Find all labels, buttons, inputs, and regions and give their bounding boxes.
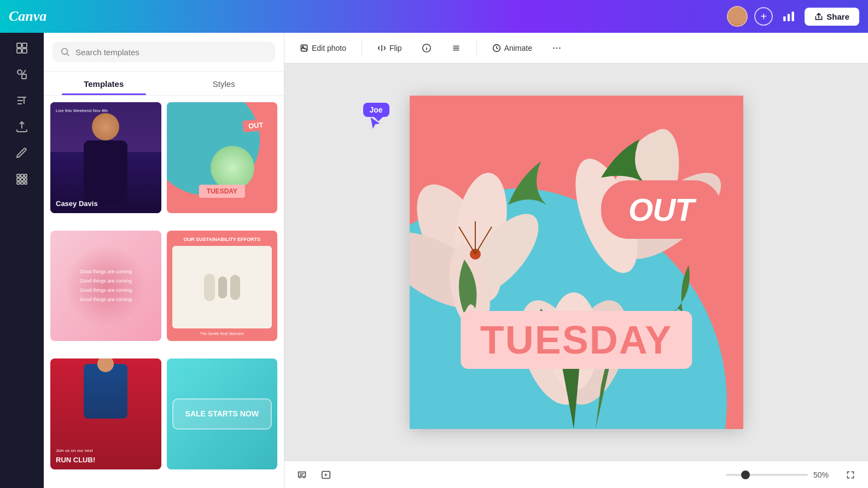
bottom-toolbar: 50% bbox=[284, 461, 868, 488]
design-out-oval: OUT bbox=[601, 180, 721, 239]
sidebar-item-elements[interactable] bbox=[15, 68, 28, 81]
play-button[interactable] bbox=[317, 466, 335, 484]
template-card-sale[interactable]: SALE STARTS NOW bbox=[167, 358, 278, 469]
sale-text: SALE STARTS NOW bbox=[185, 409, 259, 419]
toolbar-divider-1 bbox=[362, 40, 362, 56]
elements-icon bbox=[15, 68, 28, 81]
svg-rect-15 bbox=[17, 182, 20, 184]
share-icon bbox=[814, 12, 823, 21]
search-icon bbox=[60, 47, 70, 57]
sale-inner: SALE STARTS NOW bbox=[172, 398, 272, 430]
svg-rect-17 bbox=[25, 182, 27, 184]
sustain-img bbox=[172, 246, 272, 328]
layout-icon bbox=[15, 42, 28, 55]
svg-rect-3 bbox=[17, 43, 21, 48]
text-icon bbox=[15, 94, 28, 107]
sidebar-item-upload[interactable] bbox=[15, 120, 28, 133]
run-sublabel: Join us on our next bbox=[56, 448, 93, 453]
canvas-workspace[interactable]: Joe bbox=[284, 63, 868, 461]
apps-icon bbox=[15, 173, 28, 186]
svg-point-7 bbox=[18, 70, 22, 74]
share-button[interactable]: Share bbox=[805, 8, 859, 26]
search-bar-wrap bbox=[44, 33, 284, 72]
toolbar-divider-2 bbox=[476, 40, 477, 56]
app-logo[interactable]: Canva bbox=[9, 8, 46, 25]
notes-button[interactable] bbox=[293, 466, 311, 484]
svg-point-24 bbox=[556, 47, 558, 49]
svg-rect-13 bbox=[21, 178, 24, 181]
svg-rect-14 bbox=[25, 178, 27, 181]
run-label: RUN CLUB! bbox=[56, 456, 95, 464]
main-area: Templates Styles Li bbox=[0, 33, 868, 488]
notes-icon bbox=[297, 470, 307, 480]
cursor-label: Joe bbox=[363, 103, 389, 117]
design-canvas[interactable]: OUT TUESDAY bbox=[410, 96, 743, 429]
draw-icon bbox=[15, 146, 28, 160]
tuesday-circle bbox=[167, 102, 260, 195]
design-tuesday-banner: TUESDAY bbox=[461, 311, 692, 369]
edit-photo-button[interactable]: Edit photo bbox=[295, 40, 351, 56]
more-icon bbox=[552, 43, 562, 53]
svg-rect-0 bbox=[783, 16, 785, 21]
template-card-run[interactable]: Join us on our next RUN CLUB! bbox=[50, 358, 161, 469]
svg-point-25 bbox=[559, 47, 561, 49]
list-icon bbox=[451, 43, 461, 53]
svg-rect-10 bbox=[21, 174, 24, 177]
analytics-button[interactable] bbox=[779, 7, 798, 26]
sustain-brand: The Gentle Kind Skincare bbox=[172, 332, 272, 336]
flip-button[interactable]: Flip bbox=[373, 40, 406, 56]
templates-grid: Live this Weekend Nov 8th Casey Davis OU… bbox=[44, 96, 284, 488]
svg-rect-1 bbox=[788, 14, 790, 21]
sidebar-item-text[interactable] bbox=[15, 94, 28, 107]
info-button[interactable] bbox=[417, 39, 436, 57]
svg-point-23 bbox=[553, 47, 555, 49]
zoom-slider[interactable] bbox=[726, 474, 808, 476]
tab-styles[interactable]: Styles bbox=[164, 72, 284, 95]
tabs-row: Templates Styles bbox=[44, 72, 284, 96]
more-button[interactable] bbox=[547, 39, 566, 57]
svg-rect-4 bbox=[22, 43, 27, 48]
icon-sidebar bbox=[0, 33, 44, 488]
sidebar-item-draw[interactable] bbox=[15, 146, 28, 160]
list-button[interactable] bbox=[447, 39, 465, 57]
play-icon bbox=[321, 470, 331, 480]
svg-rect-12 bbox=[17, 178, 20, 181]
casey-bg bbox=[50, 102, 161, 213]
fullscreen-button[interactable] bbox=[842, 466, 859, 484]
user-cursor: Joe bbox=[363, 103, 389, 131]
flower-svg bbox=[410, 96, 743, 429]
out-badge: OUT bbox=[242, 119, 269, 132]
sustain-title: OUR SUSTAINABILITY EFFORTS bbox=[172, 236, 272, 243]
info-icon bbox=[422, 43, 432, 53]
upload-icon bbox=[15, 120, 28, 133]
template-card-sustain[interactable]: OUR SUSTAINABILITY EFFORTS The Gentle Ki… bbox=[167, 231, 278, 342]
template-card-good[interactable]: Good things are coming Good things are c… bbox=[50, 231, 161, 342]
sidebar-item-apps[interactable] bbox=[15, 173, 28, 186]
svg-rect-9 bbox=[17, 174, 20, 177]
chart-icon bbox=[783, 10, 795, 22]
casey-top-text: Live this Weekend Nov 8th bbox=[56, 108, 108, 114]
template-card-tuesday[interactable]: OUT TUESDAY bbox=[167, 102, 278, 213]
svg-rect-6 bbox=[22, 49, 27, 53]
flower-background bbox=[410, 96, 743, 429]
edit-photo-icon bbox=[300, 44, 308, 52]
zoom-label: 50% bbox=[813, 471, 835, 479]
canvas-toolbar: Edit photo Flip bbox=[284, 33, 868, 63]
navbar: Canva + Share bbox=[0, 0, 868, 33]
search-input[interactable] bbox=[75, 48, 267, 57]
template-card-casey[interactable]: Live this Weekend Nov 8th Casey Davis bbox=[50, 102, 161, 213]
sidebar-item-layout[interactable] bbox=[15, 42, 28, 55]
svg-rect-11 bbox=[25, 174, 27, 177]
navbar-right: + Share bbox=[727, 6, 859, 27]
svg-rect-16 bbox=[21, 182, 24, 184]
svg-point-18 bbox=[62, 49, 68, 55]
search-bar bbox=[53, 42, 275, 62]
add-people-button[interactable]: + bbox=[754, 7, 773, 26]
fullscreen-icon bbox=[846, 471, 855, 479]
tab-templates[interactable]: Templates bbox=[44, 72, 164, 95]
svg-rect-2 bbox=[792, 11, 794, 21]
animate-button[interactable]: Animate bbox=[488, 40, 537, 56]
casey-name: Casey Davis bbox=[56, 199, 98, 208]
avatar[interactable] bbox=[727, 6, 748, 27]
templates-panel: Templates Styles Li bbox=[44, 33, 284, 488]
